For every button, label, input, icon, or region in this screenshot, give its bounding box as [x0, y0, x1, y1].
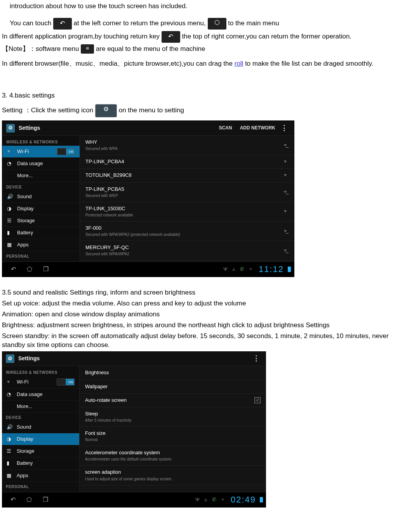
display-icon: ◑ [7, 436, 14, 443]
text: on the menu to setting [119, 106, 184, 114]
add-network-button[interactable]: ADD NETWORK [237, 123, 278, 133]
wifi-toggle[interactable] [57, 379, 75, 385]
wifi-icon: ᯤ [7, 379, 14, 385]
nav-bar: ↶ ⬠ ❐ Ψ ⍋ ✆ ᯤ 11:12 [2, 262, 294, 277]
wifi-row[interactable]: TP-LINK_15030CProtected network availabl… [80, 202, 294, 222]
home-nav-icon[interactable]: ⬠ [21, 263, 38, 275]
autorotate-checkbox[interactable]: ✓ [254, 397, 261, 403]
text: In different application program,by touc… [2, 33, 160, 40]
phone-icon: ✆ [210, 496, 219, 503]
wifi-network-list: WHYSecured with WPAᯤ̲ TP-LINK_PCBA4ᯤ TOT… [80, 136, 294, 262]
android-icon: ⍋ [230, 266, 238, 273]
sidebar-group: PERSONAL [2, 482, 79, 490]
wifi-status-icon: ᯤ [219, 496, 228, 503]
setting-row-fontsize[interactable]: Font sizeNormal [80, 427, 266, 446]
scan-button[interactable]: SCAN [216, 123, 235, 133]
sidebar-label: Wi-Fi [17, 379, 28, 385]
recent-nav-icon[interactable]: ❐ [37, 494, 54, 506]
home-nav-icon[interactable]: ⬠ [21, 494, 37, 506]
overflow-menu-icon[interactable]: ⋮ [278, 123, 290, 133]
wifi-row[interactable]: TP-LINK_PCBA4ᯤ [80, 155, 294, 169]
settings-header: ⚙ Settings ⋮ [2, 351, 266, 366]
sound-icon: 🔊 [7, 424, 14, 431]
sidebar-item-display[interactable]: ◑ Display [2, 203, 80, 215]
wifi-row[interactable]: TP-LINK_PCBA5Secured with WEPᯤ̲ [80, 183, 294, 202]
display-settings-screenshot: ⚙ Settings ⋮ WIRELESS & NETWORKS ᯤ Wi-Fi… [2, 351, 266, 507]
wifi-signal-icon: ᯤ [283, 208, 289, 215]
sidebar-item-wifi[interactable]: ᯤ Wi-Fi [2, 376, 79, 388]
sound-icon: 🔊 [7, 193, 14, 200]
wifi-row[interactable]: WHYSecured with WPAᯤ̲ [80, 136, 294, 155]
sidebar-item-data[interactable]: ◔ Data usage [2, 158, 80, 170]
overflow-menu-icon[interactable]: ⋮ [250, 354, 262, 363]
sidebar-item-sound[interactable]: 🔊 Sound [2, 191, 80, 203]
text: are equal to the menu of the machine [96, 45, 205, 52]
sidebar-item-apps[interactable]: ▦ Apps [2, 239, 80, 251]
apps-icon: ▦ [7, 241, 14, 248]
back-nav-icon[interactable]: ↶ [5, 263, 21, 275]
paragraph: Setting ：Click the settimg icon ⚙ on the… [2, 104, 391, 117]
sidebar-group: WIRELESS & NETWORKS [2, 368, 79, 376]
apps-icon: ▦ [7, 472, 14, 479]
storage-icon: ☰ [7, 217, 14, 224]
wifi-settings-screenshot: ⚙ Settings SCAN ADD NETWORK ⋮ WIRELESS &… [2, 120, 294, 277]
setting-row-brightness[interactable]: Brightness [80, 366, 266, 380]
paragraph: 【Note】：software menu ≡ are equal to the … [2, 44, 391, 54]
settings-app-icon: ⚙ [6, 354, 14, 363]
text: to make the file list can be draged smoo… [245, 60, 373, 67]
wifi-security: Secured with WPA [85, 146, 280, 152]
paragraph: You can touch ↶ at the left corner to re… [10, 18, 391, 30]
sidebar-item-sound[interactable]: 🔊 Sound [2, 421, 79, 433]
sidebar-label: Storage [17, 217, 35, 224]
wifi-icon: ᯤ [7, 148, 14, 155]
sidebar-label: Display [17, 436, 33, 443]
sidebar-item-apps[interactable]: ▦ Apps [2, 470, 79, 482]
text: You can touch [10, 19, 53, 27]
wifi-row[interactable]: TOTOLINK_B299C8ᯤ [80, 169, 294, 182]
sidebar-label: Battery [17, 460, 33, 467]
sidebar-item-display[interactable]: ◑ Display [2, 433, 79, 445]
paragraph: introduction about how to use the touch … [10, 2, 391, 11]
sidebar-item-storage[interactable]: ☰ Storage [2, 215, 80, 227]
battery-indicator-icon [288, 267, 291, 272]
wifi-row[interactable]: 3F-000Secured with WPA/WPA2 (protected n… [80, 222, 294, 241]
setting-row-wallpaper[interactable]: Wallpaper [80, 380, 266, 394]
sidebar-item-data[interactable]: ◔ Data usage [2, 389, 79, 401]
sidebar-item-more[interactable]: More... [2, 170, 80, 182]
paragraph: Set up voice: adjust the media volume. A… [2, 299, 391, 308]
wifi-toggle[interactable] [57, 148, 75, 155]
sidebar-item-battery[interactable]: ▮ Battery [2, 227, 80, 239]
recent-nav-icon[interactable]: ❐ [38, 263, 54, 275]
roll-link[interactable]: roll [235, 60, 243, 67]
return-icon: ↶ [162, 31, 180, 43]
wifi-security: Secured with WPA/WPA2 (protected network… [85, 232, 280, 237]
sidebar-group: WIRELESS & NETWORKS [2, 137, 80, 146]
sidebar-item-wifi[interactable]: ᯤ Wi-Fi [2, 146, 80, 158]
wifi-security: Secured with WPA/WPA2 [85, 251, 280, 257]
usb-icon: Ψ [221, 266, 230, 273]
sidebar-item-storage[interactable]: ☰ Storage [2, 445, 79, 457]
clock: 02:49 [228, 494, 258, 506]
settings-header: ⚙ Settings SCAN ADD NETWORK ⋮ [2, 121, 294, 136]
sidebar-item-battery[interactable]: ▮ Battery [2, 457, 79, 469]
wifi-row[interactable]: MERCURY_5F-QCSecured with WPA/WPA2ᯤ̲ [80, 241, 294, 260]
sidebar-label: Display [17, 205, 34, 212]
sidebar-item-more[interactable]: More... [2, 401, 79, 413]
sidebar-label: More... [17, 403, 32, 410]
sidebar-label: Data usage [17, 391, 43, 398]
setting-row-accel[interactable]: Accelerometer coordinate systemAccelerom… [80, 446, 266, 466]
paragraph: Brightness: adjustment screen brightness… [2, 321, 391, 330]
data-usage-icon: ◔ [7, 160, 14, 167]
setting-row-sleep[interactable]: SleepAfter 5 minutes of inactivity [80, 407, 266, 427]
wifi-signal-icon: ᯤ [283, 158, 289, 165]
phone-icon: ✆ [238, 266, 247, 273]
clock: 11:12 [256, 263, 286, 276]
paragraph: In different application program,by touc… [2, 31, 391, 43]
settings-title: Settings [19, 124, 40, 132]
wifi-name: MERCURY_5F-QC [85, 244, 280, 251]
setting-row-screenadaption[interactable]: screen adaptionUsed to adjust size of so… [80, 466, 266, 485]
setting-row-autorotate[interactable]: Auto-rotate screen✓ [80, 394, 266, 407]
battery-icon: ▮ [7, 460, 14, 467]
back-nav-icon[interactable]: ↶ [5, 494, 21, 506]
text: Setting ：Click the settimg icon [2, 106, 93, 114]
